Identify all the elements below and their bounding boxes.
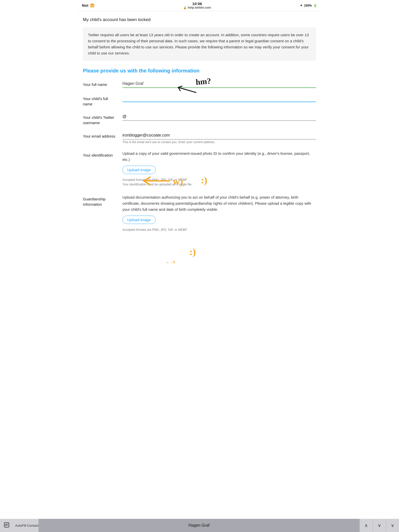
- wifi-icon: 📶: [90, 4, 94, 7]
- username-field: [122, 113, 316, 121]
- svg-text:w): w): [167, 259, 176, 263]
- info-text: Twitter requires all users be at least 1…: [88, 32, 311, 56]
- status-bar-center: 10:06 🔒 help.twitter.com: [183, 2, 211, 9]
- email-field-wrapper: This is the email we'll use to contact y…: [122, 131, 316, 144]
- status-time: 10:06: [192, 2, 202, 6]
- email-label: Your email address: [83, 131, 118, 139]
- battery-icon: 🔋: [313, 4, 317, 7]
- form-row-guardianship: Guardianship Information Upload document…: [83, 194, 316, 232]
- upload-image-button-2[interactable]: Upload image: [122, 216, 156, 224]
- identification-accepted-formats: Accepted formats are PNG, JPG, GIF, or W…: [122, 178, 316, 182]
- fullname-label: Your full name: [83, 80, 118, 87]
- form-row-email: Your email address This is the email we'…: [83, 131, 316, 144]
- identification-field: Upload a copy of your valid government-i…: [122, 150, 316, 186]
- guardianship-label: Guardianship Information: [83, 194, 118, 207]
- bluetooth-icon: ✦: [300, 4, 302, 7]
- page-title: My child's account has been locked: [83, 17, 316, 22]
- url-text: help.twitter.com: [188, 6, 211, 9]
- status-bar-left: Mail 📶: [82, 4, 94, 7]
- username-label: Your child's Twitter username: [83, 113, 118, 125]
- battery-text: 100%: [304, 4, 312, 7]
- identification-single-file: Your identification must be uploaded as …: [122, 183, 316, 186]
- guardianship-description: Upload documentation authorizing you to …: [122, 194, 316, 213]
- email-hint: This is the email we'll use to contact y…: [122, 140, 215, 144]
- info-box: Twitter requires all users be at least 1…: [83, 27, 316, 61]
- username-input[interactable]: [122, 113, 316, 121]
- identification-description: Upload a copy of your valid government-i…: [122, 150, 316, 163]
- identification-label: Your identification: [83, 150, 118, 158]
- upload-image-button-1[interactable]: Upload image: [122, 166, 156, 174]
- fullname-input[interactable]: [122, 80, 316, 88]
- form-row-fullname: Your full name hm?: [83, 80, 316, 88]
- form-row-username: Your child's Twitter username: [83, 113, 316, 125]
- fullname-field: hm?: [122, 80, 316, 88]
- status-url: 🔒 help.twitter.com: [183, 6, 211, 9]
- form-row-childname: Your child's full name: [83, 94, 316, 107]
- lock-icon: 🔒: [183, 6, 187, 9]
- guardianship-accepted-formats: Accepted formats are PNG, JPG, GIF, or W…: [122, 228, 316, 232]
- page-content: My child's account has been locked Twitt…: [78, 11, 321, 263]
- annotation-guardianship: :) w): [127, 240, 224, 263]
- form-section-heading: Please provide us with the following inf…: [83, 68, 316, 74]
- svg-text::): :): [189, 246, 196, 257]
- childname-field: [122, 94, 316, 102]
- childname-input[interactable]: [122, 94, 316, 102]
- status-bar: Mail 📶 10:06 🔒 help.twitter.com ✦ 100% 🔋: [78, 0, 321, 11]
- childname-label: Your child's full name: [83, 94, 118, 107]
- status-bar-right: ✦ 100% 🔋: [300, 4, 317, 7]
- email-input[interactable]: [122, 131, 316, 140]
- form-row-identification: Your identification Upload a copy of you…: [83, 150, 316, 186]
- guardianship-field: Upload documentation authorizing you to …: [122, 194, 316, 232]
- mail-indicator: Mail: [82, 4, 88, 7]
